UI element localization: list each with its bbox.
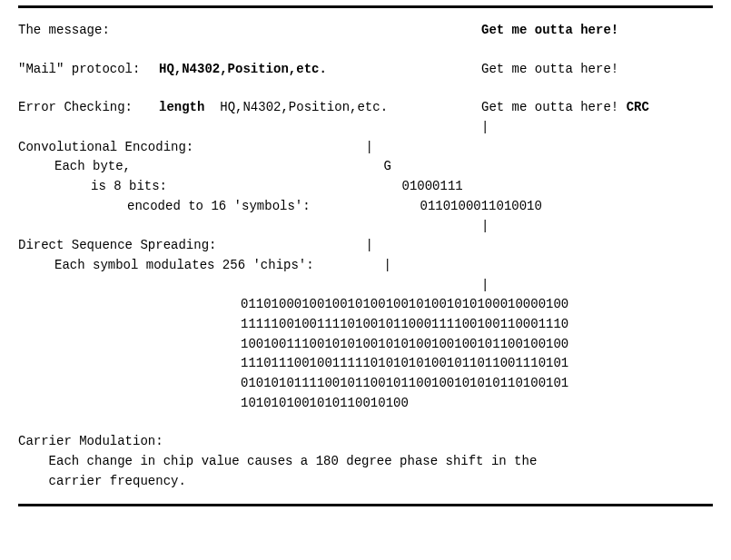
- top-rule: [18, 5, 713, 8]
- row-chips-3: 1110111001001111101010101001011011001110…: [18, 354, 713, 374]
- row-chips-0: 0110100010010010100100101001010100010000…: [18, 295, 713, 315]
- row-is-8-bits: is 8 bits:01000111: [18, 177, 713, 197]
- row-each-byte: Each byte,G: [18, 157, 713, 177]
- label-symbol-mod: Each symbol modulates 256 'chips':: [54, 256, 384, 276]
- row-chips-4: 0101010111100101100101100100101010110100…: [18, 374, 713, 394]
- chips-2: 1001001110010101001010100100100101100100…: [241, 335, 713, 355]
- row-conv-enc: Convolutional Encoding:|: [18, 138, 713, 158]
- pipe-mark-5: |: [384, 256, 714, 276]
- pipe-mark-4: |: [366, 236, 714, 256]
- label-message: The message:: [18, 21, 159, 41]
- label-carrier-mod: Carrier Modulation:: [18, 432, 713, 452]
- chips-1: 1111100100111101001011000111100100110001…: [241, 315, 713, 335]
- label-each-byte: Each byte,: [54, 157, 384, 177]
- row-symbol-mod: Each symbol modulates 256 'chips':|: [18, 256, 713, 276]
- spacer: [159, 21, 481, 41]
- chips-5: 1010101001010110010100: [241, 394, 713, 414]
- pipe-mark: |: [481, 118, 713, 138]
- field-length: length: [159, 100, 204, 114]
- carrier-desc-text: Each change in chip value causes a 180 d…: [18, 454, 537, 488]
- row-mail-protocol: "Mail" protocol:HQ,N4302,Position,etc.Ge…: [18, 60, 713, 80]
- bottom-rule: [18, 504, 713, 506]
- chips-4: 0101010111100101100101100100101010110100…: [241, 374, 713, 394]
- row-pipe-3: |: [18, 276, 713, 296]
- encoding-bits8: 01000111: [402, 177, 714, 197]
- encoding-char: G: [384, 157, 714, 177]
- row-message: The message:Get me outta here!: [18, 21, 713, 41]
- page: The message:Get me outta here! "Mail" pr…: [0, 5, 731, 506]
- carrier-desc: Each change in chip value causes a 180 d…: [18, 452, 713, 491]
- row-chips-1: 1111100100111101001011000111100100110001…: [18, 315, 713, 335]
- field-hq-bold: HQ,N4302,Position,etc.: [159, 62, 327, 76]
- label-dss: Direct Sequence Spreading:: [18, 236, 366, 256]
- label-encoded-16: encoded to 16 'symbols':: [127, 197, 420, 217]
- label-mail-protocol: "Mail" protocol:: [18, 60, 159, 80]
- encoding-symbols16: 0110100011010010: [420, 197, 714, 217]
- row-error-checking: Error Checking:length HQ,N4302,Position,…: [18, 98, 713, 118]
- pipe-mark-2: |: [366, 138, 714, 158]
- message-text-plain: Get me outta here!: [481, 60, 713, 80]
- row-pipe-2: |: [18, 217, 713, 237]
- pipe-mark-3: |: [481, 217, 713, 237]
- label-error-checking: Error Checking:: [18, 98, 159, 118]
- row-dss: Direct Sequence Spreading:|: [18, 236, 713, 256]
- pipe-mark-6: |: [481, 276, 713, 296]
- label-conv-enc: Convolutional Encoding:: [18, 138, 366, 158]
- field-crc: CRC: [627, 100, 649, 114]
- label-is-8-bits: is 8 bits:: [91, 177, 402, 197]
- message-text-bold: Get me outta here!: [481, 21, 713, 41]
- row-chips-2: 1001001110010101001010100100100101100100…: [18, 335, 713, 355]
- field-hq-plain: HQ,N4302,Position,etc.: [220, 100, 388, 114]
- row-pipe-1: |: [18, 118, 713, 138]
- row-chips-5: 1010101001010110010100: [18, 394, 713, 414]
- message-text-plain-2: Get me outta here!: [481, 100, 618, 114]
- row-encoded-16: encoded to 16 'symbols':0110100011010010: [18, 197, 713, 217]
- chips-0: 0110100010010010100100101001010100010000…: [241, 295, 713, 315]
- chips-3: 1110111001001111101010101001011011001110…: [241, 354, 713, 374]
